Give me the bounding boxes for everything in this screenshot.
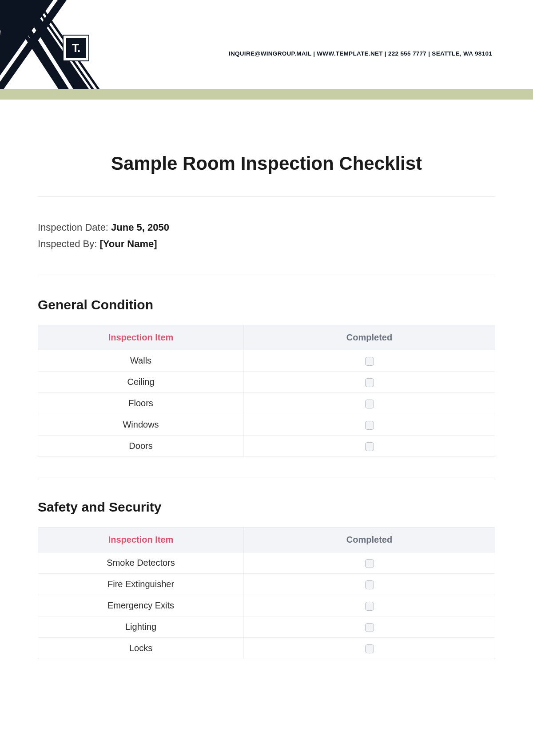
checkbox-cell <box>244 350 495 371</box>
contact-info: INQUIRE@WINGROUP.MAIL | WWW.TEMPLATE.NET… <box>229 50 492 57</box>
checklist-table-general: Inspection Item Completed Walls Ceiling … <box>38 325 495 457</box>
col-header-item: Inspection Item <box>38 527 244 552</box>
inspection-date-row: Inspection Date: June 5, 2050 <box>38 219 495 236</box>
checkbox[interactable] <box>365 378 374 387</box>
inspected-by-row: Inspected By: [Your Name] <box>38 236 495 252</box>
table-row: Windows <box>38 414 495 435</box>
checkbox-cell <box>244 552 495 573</box>
item-cell: Fire Extinguisher <box>38 573 244 595</box>
table-row: Ceiling <box>38 371 495 392</box>
item-cell: Ceiling <box>38 371 244 392</box>
corner-graphic <box>0 0 115 100</box>
checklist-table-safety: Inspection Item Completed Smoke Detector… <box>38 527 495 659</box>
checkbox-cell <box>244 595 495 616</box>
checkbox[interactable] <box>365 357 374 366</box>
section-heading-general: General Condition <box>38 297 495 312</box>
col-header-item: Inspection Item <box>38 325 244 350</box>
checkbox[interactable] <box>365 623 374 632</box>
logo-text: T. <box>66 38 86 58</box>
checkbox[interactable] <box>365 400 374 408</box>
inspection-date-label: Inspection Date: <box>38 222 111 233</box>
inspection-meta: Inspection Date: June 5, 2050 Inspected … <box>38 219 495 252</box>
checkbox[interactable] <box>365 442 374 451</box>
item-cell: Doors <box>38 435 244 456</box>
checkbox-cell <box>244 435 495 456</box>
item-cell: Windows <box>38 414 244 435</box>
checkbox-cell <box>244 392 495 414</box>
inspected-by-value: [Your Name] <box>99 238 157 249</box>
table-row: Floors <box>38 392 495 414</box>
document-body: Sample Room Inspection Checklist Inspect… <box>0 100 533 659</box>
inspection-date-value: June 5, 2050 <box>111 222 169 233</box>
checkbox[interactable] <box>365 602 374 611</box>
col-header-completed: Completed <box>244 325 495 350</box>
table-row: Smoke Detectors <box>38 552 495 573</box>
checkbox[interactable] <box>365 644 374 653</box>
checkbox-cell <box>244 573 495 595</box>
item-cell: Locks <box>38 637 244 659</box>
item-cell: Emergency Exits <box>38 595 244 616</box>
table-row: Doors <box>38 435 495 456</box>
checkbox[interactable] <box>365 580 374 589</box>
accent-bar <box>0 89 533 100</box>
item-cell: Floors <box>38 392 244 414</box>
table-row: Locks <box>38 637 495 659</box>
inspected-by-label: Inspected By: <box>38 238 99 249</box>
table-row: Lighting <box>38 616 495 637</box>
section-heading-safety: Safety and Security <box>38 500 495 515</box>
checkbox-cell <box>244 616 495 637</box>
item-cell: Smoke Detectors <box>38 552 244 573</box>
document-header: T. INQUIRE@WINGROUP.MAIL | WWW.TEMPLATE.… <box>0 0 533 100</box>
item-cell: Lighting <box>38 616 244 637</box>
divider <box>38 196 495 197</box>
table-row: Walls <box>38 350 495 371</box>
checkbox-cell <box>244 371 495 392</box>
checkbox-cell <box>244 637 495 659</box>
page-title: Sample Room Inspection Checklist <box>38 153 495 174</box>
logo: T. <box>63 35 89 61</box>
table-row: Fire Extinguisher <box>38 573 495 595</box>
divider <box>38 477 495 477</box>
checkbox[interactable] <box>365 559 374 568</box>
col-header-completed: Completed <box>244 527 495 552</box>
table-row: Emergency Exits <box>38 595 495 616</box>
item-cell: Walls <box>38 350 244 371</box>
checkbox[interactable] <box>365 421 374 430</box>
checkbox-cell <box>244 414 495 435</box>
divider <box>38 275 495 275</box>
